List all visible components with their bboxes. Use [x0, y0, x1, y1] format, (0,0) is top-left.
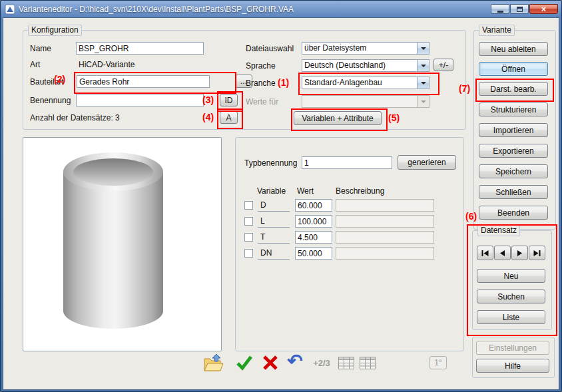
datensatz-suchen-button[interactable]: Suchen [477, 290, 545, 303]
dateiauswahl-value: über Dateisystem [302, 43, 417, 54]
close-button[interactable]: × [529, 4, 558, 14]
plus-minus-button[interactable]: +/- [433, 59, 453, 71]
name-input[interactable] [76, 42, 204, 55]
check-icon [235, 354, 254, 371]
werte-fuer-combobox [302, 95, 429, 108]
table-grid-icon [360, 357, 376, 369]
variablen-attribute-button[interactable]: Variablen + Attribute [294, 111, 382, 125]
preview-panel [23, 137, 222, 351]
variable-beschreibung-field [336, 215, 434, 228]
nav-next-button[interactable] [511, 246, 528, 260]
row-checkbox[interactable] [244, 233, 253, 242]
chevron-down-icon[interactable] [417, 60, 429, 71]
column-header-variable: Variable [257, 186, 286, 196]
sprache-label: Sprache [246, 61, 276, 71]
variable-wert-input[interactable] [295, 231, 332, 244]
variable-wert-input[interactable] [295, 247, 332, 260]
annotation-number-1: (1) [278, 77, 289, 88]
werte-fuer-value [302, 96, 417, 107]
degree-button: 1° [429, 356, 447, 369]
variable-wert-input[interactable] [295, 215, 332, 228]
id-button[interactable]: ID [220, 94, 238, 106]
cylinder-bore [73, 158, 153, 186]
einstellungen-button: Einstellungen [476, 341, 549, 355]
first-record-icon [481, 250, 489, 256]
variable-name: T [258, 231, 290, 244]
titlebar[interactable]: Varianteneditor - D:\hicad_svn\210X\dev\… [5, 3, 558, 15]
typbenennung-input[interactable] [302, 156, 392, 169]
fraction-icon: +2/3 [313, 358, 330, 368]
variable-name: D [258, 199, 290, 212]
window-controls: × [491, 4, 558, 14]
importieren-button[interactable]: Importieren [479, 123, 548, 137]
annotation-number-7: (7) [459, 83, 470, 94]
nav-first-button[interactable] [477, 246, 493, 260]
apply-button[interactable] [232, 352, 256, 373]
cross-icon [262, 355, 279, 371]
schliessen-button[interactable]: Schließen [479, 185, 548, 199]
annotation-number-3: (3) [202, 95, 214, 105]
nav-last-button[interactable] [529, 246, 545, 260]
name-label: Name [30, 44, 51, 53]
bauteilart-input[interactable] [77, 75, 210, 88]
folder-up-icon [204, 353, 224, 372]
dateiauswahl-combobox[interactable]: über Dateisystem [302, 42, 429, 55]
variante-group-label: Variante [479, 25, 515, 36]
maximize-icon [517, 7, 523, 12]
table-edit-button [357, 352, 378, 373]
annotation-number-5: (5) [388, 112, 400, 123]
neu-ableiten-button[interactable]: Neu ableiten [479, 42, 548, 56]
variable-name: L [258, 215, 290, 228]
variable-name: DN [258, 247, 290, 260]
konfiguration-group-label: Konfiguration [28, 25, 82, 36]
werte-fuer-label: Werte für [246, 97, 278, 106]
minimize-button[interactable] [491, 4, 509, 14]
branche-value: Standard-Anlagenbau [302, 77, 417, 89]
art-label: Art [30, 60, 40, 69]
maximize-button[interactable] [510, 4, 529, 14]
row-checkbox[interactable] [244, 201, 253, 210]
art-value: HiCAD-Variante [79, 60, 135, 69]
column-header-wert: Wert [297, 186, 314, 196]
annotation-number-4: (4) [202, 112, 214, 122]
row-checkbox[interactable] [244, 249, 253, 258]
branche-combobox[interactable]: Standard-Anlagenbau [302, 77, 429, 89]
variable-wert-input[interactable] [295, 199, 332, 212]
dateiauswahl-label: Dateiauswahl [246, 44, 294, 53]
beenden-button[interactable]: Beenden [479, 206, 548, 220]
dialog-body: Konfiguration Name Art HiCAD-Variante Ba… [3, 17, 559, 390]
column-header-beschreibung: Beschreibung [336, 186, 384, 196]
undo-button[interactable]: ↶ [283, 352, 307, 373]
hilfe-button[interactable]: Hilfe [476, 359, 549, 373]
typbenennung-label: Typbenennung [244, 158, 297, 168]
variable-beschreibung-field [336, 231, 434, 244]
sprache-combobox[interactable]: Deutsch (Deutschland) [302, 59, 429, 72]
nav-prev-button[interactable] [494, 246, 511, 260]
oeffnen-button[interactable]: Öffnen [479, 62, 548, 76]
chevron-down-icon[interactable] [417, 77, 429, 89]
table-grid-icon [338, 357, 354, 369]
annotation-number-2: (2) [54, 74, 65, 85]
a-button[interactable]: A [220, 111, 238, 124]
prev-record-icon [499, 250, 505, 256]
datensatz-group-label: Datensatz [477, 225, 520, 236]
datensatz-neu-button[interactable]: Neu [477, 269, 545, 283]
speichern-button[interactable]: Speichern [479, 164, 548, 178]
load-folder-button[interactable] [202, 352, 226, 373]
benennung-label: Benennung [30, 96, 71, 105]
strukturieren-button[interactable]: Strukturieren [479, 102, 548, 116]
variable-beschreibung-field [336, 199, 434, 212]
next-record-icon [517, 250, 523, 256]
datensatz-liste-button[interactable]: Liste [477, 310, 545, 324]
exportieren-button[interactable]: Exportieren [479, 144, 548, 158]
benennung-input[interactable] [76, 94, 204, 106]
anzahl-datensaetze-label: Anzahl der Datensätze: 3 [30, 113, 120, 122]
chevron-down-icon[interactable] [417, 43, 429, 54]
generieren-button[interactable]: generieren [398, 155, 456, 170]
cancel-button[interactable] [258, 352, 282, 373]
table-view-button [336, 352, 357, 373]
variable-beschreibung-field [336, 247, 434, 260]
darst-bearb-button[interactable]: Darst. bearb. [479, 82, 548, 96]
fraction-tool-button: +2/3 [308, 352, 336, 373]
row-checkbox[interactable] [244, 217, 253, 226]
